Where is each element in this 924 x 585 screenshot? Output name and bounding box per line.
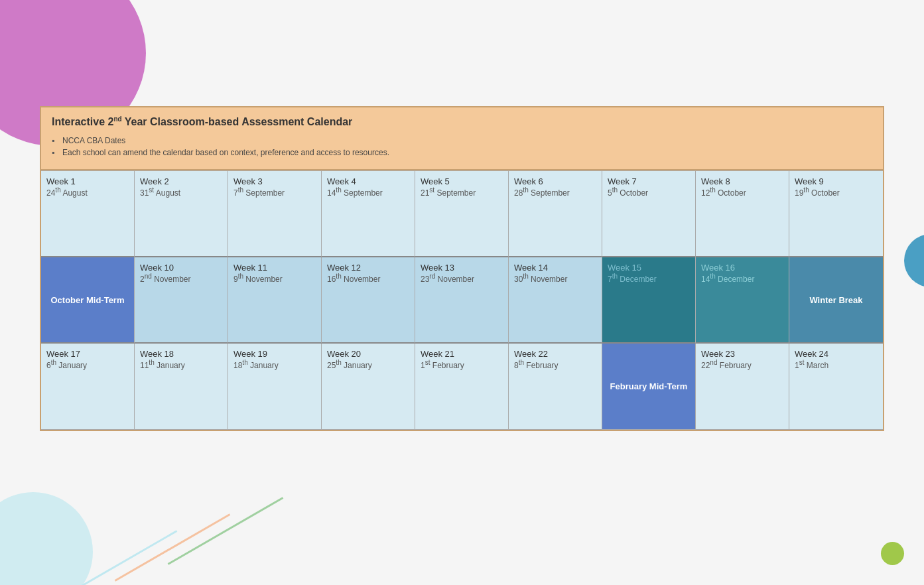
cell-row1-col5: Week 521st September bbox=[415, 171, 509, 257]
week-label: Week 14 bbox=[514, 263, 596, 273]
date-label: 14th December bbox=[701, 273, 783, 284]
cell-row3-col7: February Mid-Term bbox=[602, 344, 696, 430]
week-label: Week 17 bbox=[46, 349, 129, 359]
cell-row2-col2: Week 102nd November bbox=[135, 257, 228, 344]
cell-row1-col1: Week 124th August bbox=[41, 171, 135, 257]
date-label: 5th October bbox=[608, 186, 690, 198]
date-label: 24th August bbox=[46, 186, 129, 198]
cell-row1-col9: Week 919th October bbox=[789, 171, 883, 257]
cell-row1-col4: Week 414th September bbox=[322, 171, 415, 257]
cell-row2-col7: Week 157th December bbox=[602, 257, 696, 344]
week-label: Week 9 bbox=[795, 176, 878, 186]
week-label: Week 19 bbox=[233, 349, 316, 359]
week-label: Week 21 bbox=[421, 349, 503, 359]
week-label: Week 10 bbox=[140, 263, 222, 273]
week-label: Week 4 bbox=[327, 176, 409, 186]
main-content: Interactive 2nd Year Classroom-based Ass… bbox=[40, 106, 884, 431]
cell-row2-col6: Week 1430th November bbox=[509, 257, 602, 344]
date-label: 1st March bbox=[795, 359, 878, 370]
cell-row1-col2: Week 231st August bbox=[135, 171, 228, 257]
date-label: 2nd November bbox=[140, 273, 222, 284]
cell-row3-col2: Week 1811th January bbox=[135, 344, 228, 430]
cell-row2-col1: October Mid-Term bbox=[41, 257, 135, 344]
cell-row2-col8: Week 1614th December bbox=[696, 257, 789, 344]
week-label: Week 7 bbox=[608, 176, 690, 186]
date-label: 18th January bbox=[233, 359, 316, 370]
date-label: 30th November bbox=[514, 273, 596, 284]
week-label: Week 16 bbox=[701, 263, 783, 273]
week-label: Week 2 bbox=[140, 176, 222, 186]
cell-row2-col9: Winter Break bbox=[789, 257, 883, 344]
cell-row1-col6: Week 628th September bbox=[509, 171, 602, 257]
date-label: 28th September bbox=[514, 186, 596, 198]
cell-row3-col9: Week 241st March bbox=[789, 344, 883, 430]
cell-row1-col7: Week 75th October bbox=[602, 171, 696, 257]
week-label: Week 24 bbox=[795, 349, 878, 359]
date-label: 1st February bbox=[421, 359, 503, 370]
date-label: 8th February bbox=[514, 359, 596, 370]
cell-row3-col3: Week 1918th January bbox=[228, 344, 322, 430]
date-label: 25th January bbox=[327, 359, 409, 370]
calendar-header: Interactive 2nd Year Classroom-based Ass… bbox=[41, 107, 883, 170]
week-label: Week 1 bbox=[46, 176, 129, 186]
week-label: Week 22 bbox=[514, 349, 596, 359]
date-label: 9th November bbox=[233, 273, 316, 284]
bullet-list: NCCA CBA Dates Each school can amend the… bbox=[52, 135, 872, 159]
date-label: 21st September bbox=[421, 186, 503, 198]
cell-row1-col8: Week 812th October bbox=[696, 171, 789, 257]
bg-decoration-bottom-right bbox=[881, 542, 904, 565]
bg-decoration-bottom-left bbox=[0, 492, 93, 585]
bg-line-2 bbox=[115, 513, 231, 582]
week-label: Week 3 bbox=[233, 176, 316, 186]
week-label: Week 6 bbox=[514, 176, 596, 186]
cell-row2-col3: Week 119th November bbox=[228, 257, 322, 344]
cell-row3-col6: Week 228th February bbox=[509, 344, 602, 430]
week-label: Week 15 bbox=[608, 263, 690, 273]
date-label: 23rd November bbox=[421, 273, 503, 284]
week-label: Week 18 bbox=[140, 349, 222, 359]
cell-row3-col5: Week 211st February bbox=[415, 344, 509, 430]
week-label: Week 13 bbox=[421, 263, 503, 273]
calendar-container: Interactive 2nd Year Classroom-based Ass… bbox=[40, 106, 884, 431]
week-label: Week 5 bbox=[421, 176, 503, 186]
calendar-title: Interactive 2nd Year Classroom-based Ass… bbox=[52, 115, 872, 128]
date-label: 7th December bbox=[608, 273, 690, 284]
bg-line-3 bbox=[168, 497, 284, 565]
bullet-item-1: NCCA CBA Dates bbox=[52, 135, 872, 147]
week-label: Week 23 bbox=[701, 349, 783, 359]
date-label: 14th September bbox=[327, 186, 409, 198]
date-label: 12th October bbox=[701, 186, 783, 198]
bg-decoration-right bbox=[904, 234, 924, 287]
cell-row2-col5: Week 1323rd November bbox=[415, 257, 509, 344]
week-label: Week 11 bbox=[233, 263, 316, 273]
cell-row3-col1: Week 176th January bbox=[41, 344, 135, 430]
cell-row1-col3: Week 37th September bbox=[228, 171, 322, 257]
date-label: 7th September bbox=[233, 186, 316, 198]
week-label: Week 12 bbox=[327, 263, 409, 273]
week-label: Week 20 bbox=[327, 349, 409, 359]
date-label: 16th November bbox=[327, 273, 409, 284]
date-label: 6th January bbox=[46, 359, 129, 370]
cell-row3-col8: Week 2322nd February bbox=[696, 344, 789, 430]
date-label: 22nd February bbox=[701, 359, 783, 370]
bullet-item-2: Each school can amend the calendar based… bbox=[52, 147, 872, 159]
date-label: 31st August bbox=[140, 186, 222, 198]
week-label: Week 8 bbox=[701, 176, 783, 186]
calendar-grid: Week 124th AugustWeek 231st AugustWeek 3… bbox=[41, 170, 883, 430]
date-label: 11th January bbox=[140, 359, 222, 370]
cell-row3-col4: Week 2025th January bbox=[322, 344, 415, 430]
cell-row2-col4: Week 1216th November bbox=[322, 257, 415, 344]
date-label: 19th October bbox=[795, 186, 878, 198]
